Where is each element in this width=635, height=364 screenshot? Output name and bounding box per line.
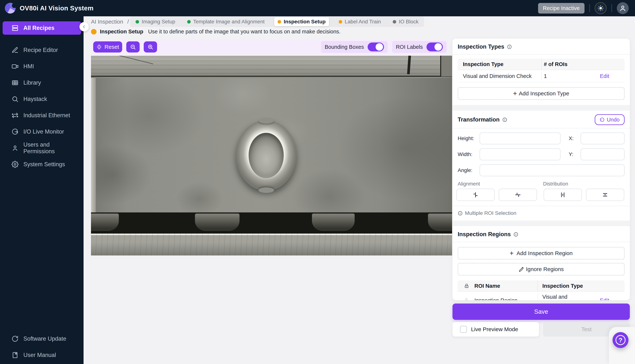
width-label: Width: [458, 152, 480, 157]
alignment-label: Alignment [458, 181, 543, 187]
grommet-inner-recess [249, 133, 284, 178]
sidebar-item-users-permissions[interactable]: Users and Permissions [3, 141, 81, 155]
add-inspection-type-label: Add Inspection Type [519, 90, 569, 97]
bounding-boxes-switch[interactable] [368, 42, 384, 52]
sidebar-item-system-settings[interactable]: System Settings [3, 158, 81, 171]
header-divider [611, 4, 612, 12]
height-input[interactable] [480, 132, 560, 144]
sidebar-item-user-manual[interactable]: User Manual [3, 348, 81, 362]
bottom-metal-bar [91, 234, 452, 256]
inspection-settings-panel: Inspection Types Inspection Type # of RO… [453, 38, 630, 300]
live-preview-checkbox[interactable] [460, 326, 467, 333]
sidebar-item-software-update[interactable]: Software Update [3, 332, 81, 346]
sidebar-item-label: User Manual [24, 352, 56, 358]
step-inspection-setup[interactable]: Inspection Setup [274, 17, 329, 26]
inspection-types-title: Inspection Types [458, 44, 504, 50]
roi-labels-switch[interactable] [427, 42, 443, 52]
sidebar-collapse-button[interactable] [80, 22, 89, 31]
grommet-pinch-bottom [258, 188, 274, 193]
sidebar-item-haystack[interactable]: Haystack [3, 92, 81, 106]
camera-icon [12, 63, 19, 70]
angle-input[interactable] [480, 164, 624, 176]
step-imaging-setup[interactable]: Imaging Setup [133, 18, 177, 26]
info-icon[interactable] [507, 44, 512, 49]
edit-region-link[interactable]: Edit [593, 298, 624, 300]
section-divider [453, 54, 630, 54]
workflow-stepper: Imaging Setup Template Image and Alignme… [130, 16, 424, 27]
save-button[interactable]: Save [453, 304, 630, 320]
section-divider [453, 206, 630, 206]
align-vertical-center-button[interactable] [499, 189, 537, 201]
breadcrumb: AI Inspection / [91, 18, 129, 25]
gear-icon [12, 161, 19, 168]
sidebar: All Recipes Recipe Editor HMI Library Ha… [0, 16, 84, 364]
refresh-icon [12, 335, 19, 342]
breadcrumb-root[interactable]: AI Inspection [91, 18, 123, 25]
column-inspection-type: Inspection Type [458, 61, 541, 67]
bounding-boxes-label: Bounding Boxes [325, 44, 364, 50]
sidebar-item-industrial-ethernet[interactable]: Industrial Ethernet [3, 109, 81, 122]
distribute-horizontal-icon [560, 192, 566, 198]
top-right-corner-piece [440, 56, 452, 76]
zoom-in-button[interactable] [144, 41, 157, 52]
table-header-row: ROI Name Inspection Type [458, 280, 624, 292]
help-button[interactable]: ? [612, 332, 628, 348]
lock-icon [464, 283, 474, 288]
sidebar-item-hmi[interactable]: HMI [3, 60, 81, 73]
add-inspection-region-label: Add Inspection Region [517, 250, 573, 256]
inspection-image-canvas[interactable] [91, 56, 452, 256]
info-icon[interactable] [502, 117, 507, 122]
step-template-image-alignment[interactable]: Template Image and Alignment [185, 18, 267, 26]
recipes-icon [12, 24, 19, 32]
step-status-dot [393, 20, 396, 24]
column-roi-name: ROI Name [474, 283, 537, 289]
x-input[interactable] [581, 132, 624, 144]
y-input[interactable] [581, 148, 624, 160]
step-label: Imaging Setup [142, 19, 175, 25]
sidebar-item-label: HMI [24, 63, 34, 70]
transformation-title: Transformation [458, 116, 500, 123]
undo-icon [600, 117, 604, 122]
alignment-distribution-buttons [453, 189, 630, 201]
live-preview-label: Live Preview Mode [471, 326, 518, 332]
dark-gap-band [91, 212, 452, 234]
row-lock-cell[interactable] [458, 298, 474, 300]
ignore-regions-button[interactable]: Ignore Regions [458, 263, 624, 276]
grommet-pinch-top [258, 118, 274, 124]
reset-view-button[interactable]: Reset [93, 41, 122, 52]
zoom-out-button[interactable] [126, 41, 140, 52]
step-label: IO Block [399, 19, 419, 25]
distribute-vertical-button[interactable] [586, 189, 624, 201]
page-title: Inspection Setup [100, 28, 143, 35]
rois-count-cell: 1 [541, 72, 593, 80]
edit-inspection-type-link[interactable]: Edit [593, 73, 624, 79]
step-io-block[interactable]: IO Block [391, 18, 421, 26]
reset-label: Reset [105, 44, 119, 50]
avatar[interactable] [617, 2, 629, 14]
step-label-and-train[interactable]: Label And Train [337, 18, 383, 26]
add-inspection-region-button[interactable]: + Add Inspection Region [458, 247, 624, 260]
sidebar-item-recipe-editor[interactable]: Recipe Editor [3, 44, 81, 57]
sidebar-item-label: Users and Permissions [24, 141, 81, 155]
column-rois: # of ROIs [541, 59, 593, 70]
sidebar-item-label: Haystack [24, 96, 47, 102]
add-inspection-type-button[interactable]: + Add Inspection Type [458, 87, 624, 100]
pencil-icon [12, 46, 19, 54]
undo-button[interactable]: Undo [595, 114, 624, 125]
sidebar-item-label: All Recipes [24, 25, 54, 31]
transformation-header: Transformation Undo [453, 110, 630, 128]
lock-open-icon [464, 298, 474, 300]
align-horizontal-center-button[interactable] [456, 189, 495, 201]
sidebar-item-io-live-monitor[interactable]: I/O Live Monitor [3, 125, 81, 138]
app-header: OV80i AI Vision System Recipe Inactive [0, 0, 635, 16]
theme-toggle-button[interactable] [595, 2, 606, 14]
arrows-left-right-icon [12, 112, 19, 119]
sidebar-item-all-recipes[interactable]: All Recipes [3, 21, 81, 35]
width-input[interactable] [480, 148, 560, 160]
inspection-regions-title: Inspection Regions [458, 231, 511, 238]
distribute-horizontal-button[interactable] [544, 189, 582, 201]
page-description: Use it to define parts of the image that… [148, 28, 341, 35]
sidebar-item-label: I/O Live Monitor [24, 128, 64, 135]
info-icon[interactable] [513, 232, 518, 237]
sidebar-item-library[interactable]: Library [3, 76, 81, 90]
